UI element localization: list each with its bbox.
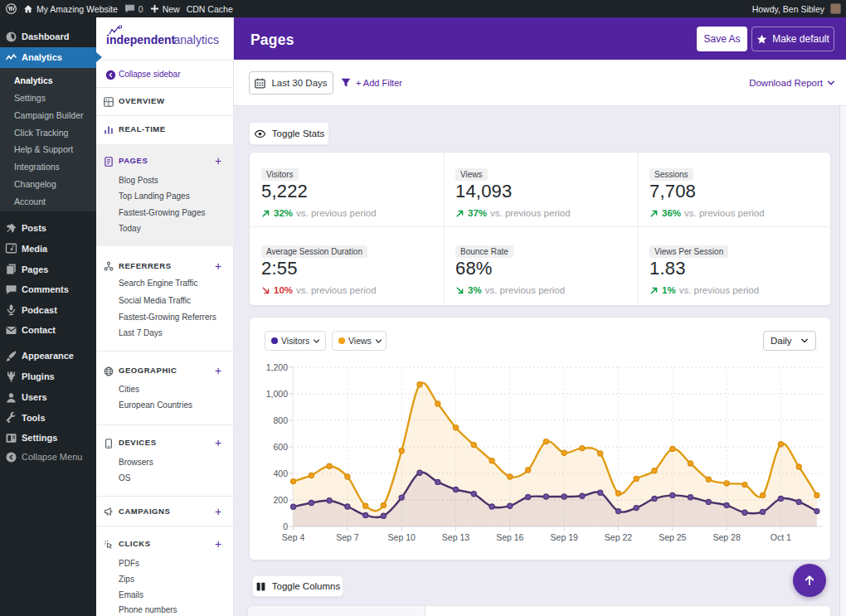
svg-text:0: 0: [283, 521, 288, 531]
svg-text:1,000: 1,000: [266, 389, 288, 399]
svg-text:Sep 22: Sep 22: [605, 532, 632, 542]
svg-text:800: 800: [273, 415, 288, 425]
svg-text:Sep 13: Sep 13: [442, 532, 469, 542]
svg-text:Sep 4: Sep 4: [282, 532, 305, 542]
svg-text:400: 400: [273, 468, 288, 478]
svg-text:Sep 19: Sep 19: [551, 532, 578, 542]
svg-text:Sep 25: Sep 25: [659, 532, 686, 542]
svg-text:analytics: analytics: [174, 33, 219, 46]
svg-text:Sep 28: Sep 28: [712, 532, 740, 542]
svg-text:1,200: 1,200: [266, 362, 288, 372]
svg-text:600: 600: [273, 442, 288, 452]
svg-text:Sep 7: Sep 7: [336, 532, 359, 542]
svg-text:Sep 10: Sep 10: [388, 532, 416, 542]
svg-text:Oct 1: Oct 1: [771, 532, 791, 542]
svg-text:200: 200: [273, 495, 288, 505]
svg-text:independent: independent: [106, 33, 176, 46]
svg-text:Sep 16: Sep 16: [496, 532, 523, 542]
